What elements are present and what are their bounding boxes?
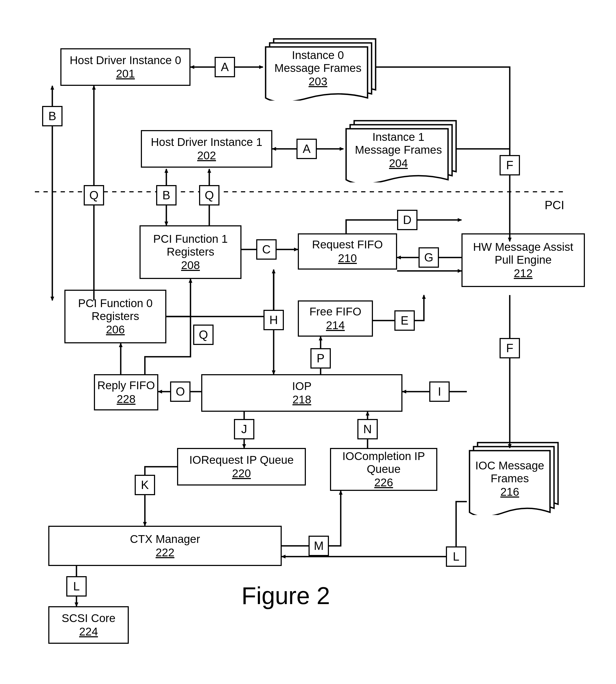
- block-scsi-core: SCSI Core 224: [48, 606, 129, 644]
- pci1-l2: Registers: [167, 245, 214, 258]
- pci-bus-label: PCI: [545, 198, 564, 212]
- ioreq-ref: 220: [232, 467, 251, 480]
- edge-B-1: B: [42, 106, 63, 126]
- freefifo-label: Free FIFO: [309, 305, 361, 318]
- scsi-ref: 224: [79, 625, 98, 638]
- edge-F-1: F: [500, 155, 520, 175]
- block-iop: IOP 218: [201, 374, 402, 412]
- scsi-label: SCSI Core: [62, 612, 116, 625]
- edge-Q-2: Q: [199, 185, 219, 205]
- pci1-l1: PCI Function 1: [153, 233, 228, 245]
- edge-H: H: [263, 310, 284, 330]
- ctx-label: CTX Manager: [130, 533, 200, 546]
- hdi0-label: Host Driver Instance 0: [70, 54, 181, 67]
- iocomp-l1: IOCompletion IP: [342, 450, 425, 463]
- block-ctx-manager: CTX Manager 222: [48, 526, 282, 566]
- hdi0-ref: 201: [116, 67, 135, 80]
- iocmf-l1: IOC Message: [476, 459, 544, 472]
- doc-mf1-text: Instance 1 Message Frames 204: [348, 127, 449, 173]
- edge-O: O: [170, 381, 191, 402]
- ctx-ref: 222: [156, 546, 174, 559]
- edge-E: E: [394, 310, 415, 331]
- mf0-ref: 203: [309, 75, 327, 88]
- edge-Q-3: Q: [193, 325, 214, 345]
- edge-F-2: F: [500, 338, 520, 358]
- diagram-canvas: Instance 0 Message Frames 203 Instance 1…: [0, 0, 616, 684]
- edge-G: G: [419, 247, 439, 268]
- edge-P: P: [310, 348, 331, 369]
- block-host-driver-0: Host Driver Instance 0 201: [60, 48, 191, 86]
- edge-J: J: [234, 419, 254, 439]
- edge-L-1: L: [66, 576, 87, 597]
- iocmf-ref: 216: [500, 486, 519, 499]
- edge-A-2: A: [296, 139, 317, 159]
- mf0-l1: Instance 0: [292, 49, 344, 62]
- block-reply-fifo: Reply FIFO 228: [94, 374, 158, 411]
- block-iocompletion-queue: IOCompletion IP Queue 226: [330, 448, 437, 491]
- block-pci-func-0: PCI Function 0 Registers 206: [64, 290, 166, 343]
- reqfifo-ref: 210: [338, 252, 357, 265]
- iocomp-l2: Queue: [367, 463, 400, 476]
- reqfifo-label: Request FIFO: [312, 238, 383, 251]
- hwma-l1: HW Message Assist: [473, 241, 573, 253]
- pci0-l1: PCI Function 0: [78, 297, 153, 310]
- edge-M: M: [309, 536, 329, 556]
- mf1-l1: Instance 1: [372, 131, 424, 144]
- iocomp-ref: 226: [374, 476, 393, 489]
- edge-B-2: B: [156, 185, 177, 205]
- iop-label: IOP: [292, 380, 311, 393]
- block-hw-message-assist: HW Message Assist Pull Engine 212: [461, 234, 585, 287]
- edge-A-1: A: [215, 57, 235, 77]
- iop-ref: 218: [292, 393, 311, 406]
- doc-mf0-text: Instance 0 Message Frames 203: [267, 46, 369, 91]
- edge-I: I: [429, 381, 450, 402]
- edge-D: D: [397, 210, 417, 230]
- pci0-l2: Registers: [91, 310, 139, 323]
- block-pci-func-1: PCI Function 1 Registers 208: [139, 225, 241, 279]
- edge-C: C: [256, 239, 277, 260]
- edge-L-2: L: [446, 546, 466, 567]
- mf1-l2: Message Frames: [355, 144, 442, 156]
- reply-label: Reply FIFO: [97, 379, 155, 392]
- mf0-l2: Message Frames: [274, 62, 361, 74]
- hdi1-label: Host Driver Instance 1: [151, 136, 262, 149]
- iocmf-l2: Frames: [491, 472, 529, 485]
- hwma-ref: 212: [514, 267, 532, 280]
- ioreq-label: IORequest IP Queue: [189, 454, 293, 466]
- pci1-ref: 208: [181, 259, 200, 272]
- hwma-l2: Pull Engine: [495, 253, 552, 266]
- edge-K: K: [135, 475, 155, 495]
- edge-Q-1: Q: [84, 185, 104, 205]
- edge-N: N: [357, 419, 378, 439]
- figure-title: Figure 2: [241, 582, 330, 610]
- block-request-fifo: Request FIFO 210: [298, 234, 397, 270]
- freefifo-ref: 214: [326, 319, 345, 332]
- reply-ref: 228: [117, 393, 135, 405]
- pci0-ref: 206: [106, 323, 125, 336]
- doc-iocmf-text: IOC Message Frames 216: [469, 453, 550, 504]
- block-iorequest-queue: IORequest IP Queue 220: [177, 448, 306, 486]
- block-host-driver-1: Host Driver Instance 1 202: [141, 130, 272, 168]
- block-free-fifo: Free FIFO 214: [298, 301, 373, 337]
- hdi1-ref: 202: [197, 149, 216, 162]
- mf1-ref: 204: [389, 157, 408, 170]
